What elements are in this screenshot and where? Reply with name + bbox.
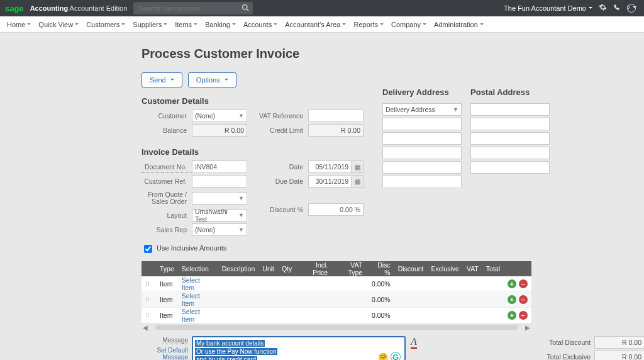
delivery-line1[interactable] xyxy=(382,118,462,130)
cell-selection[interactable]: Select Item xyxy=(178,308,218,323)
postal-line3[interactable] xyxy=(470,132,550,145)
svg-point-0 xyxy=(243,5,248,10)
menu-accountants-area[interactable]: Accountant's Area xyxy=(281,21,350,28)
delivery-address-select[interactable]: Delivery Address▼ xyxy=(382,103,462,116)
quote-select[interactable]: ▼ xyxy=(192,192,247,205)
col-disc: Disc % xyxy=(366,261,394,276)
col-exclusive: Exclusive xyxy=(428,261,463,276)
menu-suppliers[interactable]: Suppliers xyxy=(129,21,171,28)
customer-select[interactable]: (None)▼ xyxy=(192,110,247,122)
menu-items[interactable]: Items xyxy=(171,21,201,28)
menu-customers[interactable]: Customers xyxy=(82,21,129,28)
salesrep-select[interactable]: (None)▼ xyxy=(192,223,247,236)
col-unit: Unit xyxy=(258,261,278,276)
cell-selection[interactable]: Select Item xyxy=(178,292,218,308)
app-topbar: sage Accounting Accountant Edition The F… xyxy=(0,0,644,16)
col-incl-price: Incl. Price xyxy=(296,261,331,276)
add-row-icon[interactable]: + xyxy=(508,295,516,304)
search-box[interactable] xyxy=(133,2,253,14)
line-items-table: Type Selection Description Unit Qty Incl… xyxy=(142,261,531,323)
col-discount: Discount xyxy=(394,261,428,276)
grammarly-icon[interactable]: G xyxy=(391,352,401,360)
delivery-line4[interactable] xyxy=(382,161,462,174)
credit-field xyxy=(308,124,364,137)
drag-handle-icon[interactable]: ⠿ xyxy=(145,281,150,288)
delivery-line5[interactable] xyxy=(382,176,462,188)
search-icon[interactable] xyxy=(242,4,249,13)
postal-line5[interactable] xyxy=(470,161,550,174)
phone-icon[interactable] xyxy=(613,4,621,13)
emoji-icon[interactable]: 🤗 xyxy=(378,352,388,360)
custref-field[interactable] xyxy=(192,175,247,188)
label-duedate: Due Date xyxy=(258,176,308,187)
col-type: Type xyxy=(156,261,178,276)
menu-banking[interactable]: Banking xyxy=(201,21,240,28)
label-date: Date xyxy=(258,161,308,172)
delivery-line3[interactable] xyxy=(382,147,462,159)
cell-disc: 0.00% xyxy=(366,292,394,308)
postal-line2[interactable] xyxy=(470,118,550,130)
cell-type[interactable]: Item xyxy=(156,292,178,308)
drag-handle-icon[interactable]: ⠿ xyxy=(145,312,150,319)
label-message: Message xyxy=(162,337,188,344)
table-scrollbar[interactable]: ◀ ▶ xyxy=(142,323,531,331)
cell-type[interactable]: Item xyxy=(156,276,178,292)
layout-select[interactable]: Umshwathi Test▼ xyxy=(192,209,247,222)
calendar-icon[interactable]: ▦ xyxy=(351,160,364,173)
cell-disc: 0.00% xyxy=(366,308,394,323)
duedate-field[interactable]: ▦ xyxy=(308,175,364,188)
menu-administration[interactable]: Administration xyxy=(430,21,487,28)
add-row-icon[interactable]: + xyxy=(508,279,516,288)
font-icon[interactable]: A xyxy=(411,336,417,360)
vatref-field[interactable] xyxy=(308,110,364,122)
drag-handle-icon[interactable]: ⠿ xyxy=(145,296,150,303)
options-button[interactable]: Options xyxy=(188,72,236,87)
col-vat-type: VAT Type xyxy=(331,261,366,276)
col-qty: Qty xyxy=(278,261,296,276)
add-row-icon[interactable]: + xyxy=(508,311,516,320)
label-credit: Credit Limit xyxy=(258,125,308,136)
remove-row-icon[interactable]: − xyxy=(519,311,528,320)
label-discount: Discount % xyxy=(258,204,308,215)
delivery-line2[interactable] xyxy=(382,132,462,145)
inclusive-checkbox[interactable] xyxy=(144,245,152,253)
date-field[interactable]: ▦ xyxy=(308,160,364,173)
help-icon[interactable]: ? xyxy=(627,4,636,13)
menu-accounts[interactable]: Accounts xyxy=(240,21,281,28)
label-total-discount: Total Discount xyxy=(534,339,591,346)
menu-company[interactable]: Company xyxy=(387,21,430,28)
section-customer-details: Customer Details xyxy=(142,96,371,106)
balance-field xyxy=(192,124,247,137)
discount-field[interactable] xyxy=(308,203,364,216)
send-button[interactable]: Send xyxy=(142,72,182,87)
cell-selection[interactable]: Select Item xyxy=(178,276,218,292)
gear-icon[interactable] xyxy=(599,3,607,13)
remove-row-icon[interactable]: − xyxy=(519,279,528,288)
menu-reports[interactable]: Reports xyxy=(350,21,387,28)
label-total-exclusive: Total Exclusive xyxy=(534,353,591,360)
table-row[interactable]: ⠿ItemSelect Item0.00%+− xyxy=(142,276,531,292)
scroll-right-icon[interactable]: ▶ xyxy=(524,324,531,331)
main-menubar: Home Quick View Customers Suppliers Item… xyxy=(0,16,644,33)
inclusive-checkbox-row[interactable]: Use Inclusive Amounts xyxy=(142,243,644,255)
search-input[interactable] xyxy=(137,4,242,13)
menu-home[interactable]: Home xyxy=(3,21,35,28)
cell-type[interactable]: Item xyxy=(156,308,178,323)
postal-line1[interactable] xyxy=(470,103,550,116)
totals-panel: Total Discount Total Exclusive Total VAT… xyxy=(534,336,644,360)
table-row[interactable]: ⠿ItemSelect Item0.00%+− xyxy=(142,308,531,323)
edition-label: Accounting Accountant Edition xyxy=(30,4,128,12)
postal-address-title: Postal Address xyxy=(470,87,552,97)
scroll-left-icon[interactable]: ◀ xyxy=(142,324,149,331)
brand-logo: sage xyxy=(5,4,24,13)
set-default-message-link[interactable]: Set Default Message xyxy=(142,347,188,360)
calendar-icon[interactable]: ▦ xyxy=(351,175,364,188)
remove-row-icon[interactable]: − xyxy=(519,295,528,304)
message-textarea[interactable]: My bank account details Or use the Pay N… xyxy=(192,336,406,360)
col-description: Description xyxy=(218,261,259,276)
company-menu[interactable]: The Fun Accountant Demo xyxy=(504,4,592,12)
docno-field[interactable] xyxy=(192,160,247,173)
table-row[interactable]: ⠿ItemSelect Item0.00%+− xyxy=(142,292,531,308)
menu-quickview[interactable]: Quick View xyxy=(35,21,82,28)
postal-line4[interactable] xyxy=(470,147,550,159)
